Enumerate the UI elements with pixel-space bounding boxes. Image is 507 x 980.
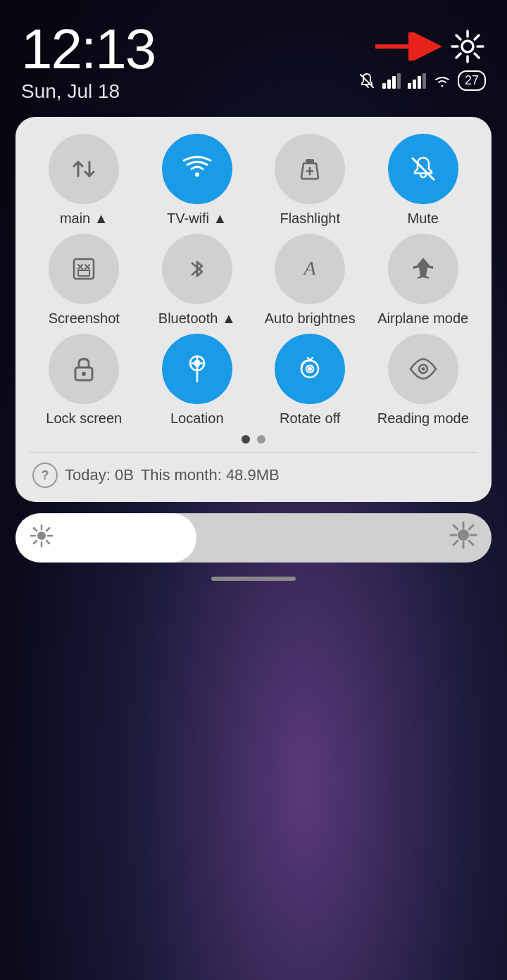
svg-line-59 — [453, 525, 458, 529]
qs-item-screenshot: Screenshot — [30, 234, 139, 327]
data-today: Today: 0B — [65, 466, 134, 484]
mute-qs-icon — [408, 153, 439, 184]
svg-line-7 — [456, 35, 461, 39]
brightness-slider[interactable] — [15, 513, 492, 563]
data-month: This month: 48.9MB — [141, 466, 280, 484]
qs-item-lock: Lock screen — [30, 334, 139, 427]
tvwifi-label: TV-wifi ▲ — [167, 210, 227, 227]
qs-item-airplane: Airplane mode — [369, 234, 478, 327]
svg-line-60 — [469, 541, 473, 545]
svg-rect-13 — [382, 83, 386, 89]
svg-line-51 — [46, 541, 49, 544]
pagination-dots — [30, 435, 477, 444]
wifi-icon — [182, 153, 213, 184]
main-button[interactable] — [49, 134, 119, 204]
main-label: main ▲ — [60, 210, 108, 227]
svg-rect-20 — [423, 73, 426, 89]
flashlight-label: Flashlight — [280, 210, 340, 227]
home-indicator — [211, 577, 296, 581]
qs-item-rotate: Rotate off — [256, 334, 365, 427]
red-arrow-icon — [372, 32, 442, 61]
svg-rect-15 — [392, 76, 396, 89]
flashlight-button[interactable] — [275, 134, 345, 204]
eye-icon — [408, 353, 439, 384]
brightness-low-icon — [30, 524, 54, 553]
svg-line-62 — [453, 541, 458, 545]
svg-point-2 — [462, 41, 473, 52]
data-usage-icon: ? — [32, 463, 58, 488]
tvwifi-button[interactable] — [162, 134, 232, 204]
rotate-label: Rotate off — [280, 410, 340, 427]
rotate-button[interactable] — [275, 334, 345, 404]
rotate-icon — [294, 353, 325, 384]
auto-brightness-icon: A — [294, 253, 325, 284]
screenshot-icon — [68, 253, 99, 284]
mute-button[interactable] — [388, 134, 458, 204]
panel-divider — [30, 452, 477, 453]
wifi-status-icon — [432, 73, 452, 89]
lock-screen-label: Lock screen — [46, 410, 122, 427]
svg-point-45 — [37, 532, 46, 540]
svg-text:A: A — [303, 257, 317, 279]
svg-point-54 — [458, 529, 469, 541]
qs-grid: main ▲ TV-wifi ▲ — [30, 134, 477, 427]
svg-line-61 — [469, 525, 473, 529]
airplane-label: Airplane mode — [377, 310, 468, 327]
reading-mode-button[interactable] — [388, 334, 458, 404]
svg-line-50 — [34, 528, 37, 531]
svg-rect-19 — [418, 76, 421, 89]
svg-line-9 — [475, 35, 479, 39]
qs-item-auto-brightness: A Auto brightnes — [256, 234, 365, 327]
dot-1 — [242, 435, 250, 444]
qs-item-bluetooth: Bluetooth ▲ — [143, 234, 252, 327]
location-button[interactable] — [162, 334, 232, 404]
status-right: 27 — [358, 21, 486, 91]
battery-indicator: 27 — [458, 70, 486, 91]
mute-icon — [358, 72, 376, 90]
location-icon — [182, 353, 213, 384]
bluetooth-label: Bluetooth ▲ — [158, 310, 236, 327]
lock-icon — [68, 353, 99, 384]
qs-item-main: main ▲ — [30, 134, 139, 227]
flashlight-icon — [294, 153, 325, 184]
lock-screen-button[interactable] — [49, 334, 119, 404]
brightness-high-icon — [449, 521, 477, 555]
svg-line-8 — [475, 54, 479, 58]
screenshot-button[interactable] — [49, 234, 119, 304]
auto-brightness-label: Auto brightnes — [265, 310, 356, 327]
svg-line-52 — [46, 528, 49, 531]
svg-rect-14 — [387, 80, 391, 89]
bluetooth-icon — [182, 253, 213, 284]
time-date: 12:13 Sun, Jul 18 — [21, 21, 155, 103]
airplane-button[interactable] — [388, 234, 458, 304]
reading-mode-label: Reading mode — [377, 410, 469, 427]
svg-point-42 — [308, 367, 312, 371]
quick-settings-panel: main ▲ TV-wifi ▲ — [15, 117, 492, 502]
qs-item-mute: Mute — [369, 134, 478, 227]
data-transfer-icon — [68, 153, 99, 184]
settings-icon[interactable] — [449, 28, 486, 65]
qs-item-reading: Reading mode — [369, 334, 478, 427]
auto-brightness-button[interactable]: A — [275, 234, 345, 304]
date: Sun, Jul 18 — [21, 80, 155, 103]
qs-item-tvwifi: TV-wifi ▲ — [143, 134, 252, 227]
svg-line-10 — [456, 54, 461, 58]
qs-item-location: Location — [143, 334, 252, 427]
status-bar: 12:13 Sun, Jul 18 — [0, 0, 507, 110]
airplane-icon — [408, 253, 439, 284]
svg-rect-17 — [408, 83, 411, 89]
svg-line-27 — [413, 158, 434, 180]
status-icons: 27 — [358, 70, 486, 91]
clock: 12:13 — [21, 21, 155, 77]
location-label: Location — [170, 410, 224, 427]
mute-label: Mute — [408, 210, 439, 227]
svg-rect-16 — [397, 73, 401, 89]
bluetooth-button[interactable] — [162, 234, 232, 304]
svg-point-23 — [195, 172, 199, 177]
svg-line-53 — [34, 541, 37, 544]
svg-point-36 — [82, 372, 86, 376]
signal1-icon — [382, 73, 401, 89]
screenshot-label: Screenshot — [49, 310, 120, 327]
svg-point-44 — [421, 367, 425, 371]
data-usage: ? Today: 0B This month: 48.9MB — [30, 463, 477, 488]
